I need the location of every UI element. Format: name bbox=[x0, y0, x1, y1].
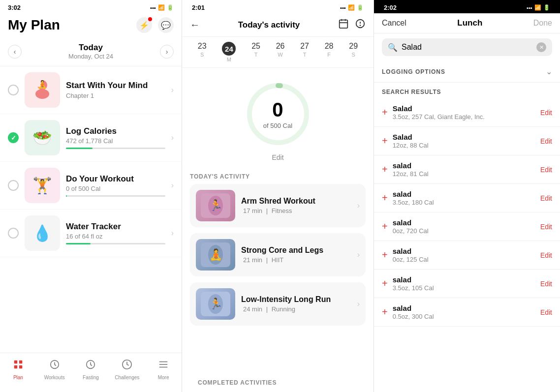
water-arrow: › bbox=[171, 229, 174, 238]
add-result-8-button[interactable]: + bbox=[382, 306, 388, 318]
cancel-button[interactable]: Cancel bbox=[382, 19, 406, 28]
mind-image: 🧘 bbox=[25, 72, 60, 108]
date-strip-24[interactable]: 24 M bbox=[222, 42, 236, 62]
result-8-name: salad bbox=[393, 304, 535, 312]
add-result-4-button[interactable]: + bbox=[382, 192, 388, 204]
date-navigator: ‹ Today Monday, Oct 24 › bbox=[0, 39, 182, 66]
logging-options-header[interactable]: LOGGING OPTIONS ⌄ bbox=[374, 61, 560, 83]
nav-plan[interactable]: Plan bbox=[0, 357, 36, 382]
back-button[interactable]: ← bbox=[190, 19, 200, 30]
calendar-button[interactable] bbox=[338, 18, 349, 31]
edit-result-1-button[interactable]: Edit bbox=[540, 109, 552, 117]
core-legs-image: 🧘 bbox=[196, 239, 235, 271]
result-7-info: salad 3.5oz, 105 Cal bbox=[393, 275, 535, 292]
calorie-center-text: 0 of 500 Cal bbox=[263, 99, 292, 129]
date-strip-29[interactable]: 29 S bbox=[349, 42, 358, 62]
result-1-name: Salad bbox=[393, 104, 535, 113]
result-salad-7[interactable]: + salad 3.5oz, 105 Cal Edit bbox=[374, 270, 560, 298]
date-strip-23[interactable]: 23 S bbox=[198, 42, 207, 62]
result-3-name: salad bbox=[393, 161, 535, 170]
prev-date-button[interactable]: ‹ bbox=[8, 45, 22, 59]
info-button[interactable] bbox=[355, 18, 366, 31]
add-result-3-button[interactable]: + bbox=[382, 164, 388, 175]
edit-result-4-button[interactable]: Edit bbox=[540, 194, 552, 202]
calories-checkbox[interactable] bbox=[8, 132, 19, 143]
result-salad-1[interactable]: + Salad 3.5oz, 257 Cal, Giant Eagle, Inc… bbox=[374, 98, 560, 127]
result-salad-2[interactable]: + Salad 12oz, 88 Cal Edit bbox=[374, 127, 560, 155]
date-strip-27[interactable]: 27 T bbox=[300, 42, 309, 62]
workout-title: Do Your Workout bbox=[66, 174, 165, 184]
nav-challenges[interactable]: Challenges bbox=[109, 357, 145, 382]
lunch-header: Cancel Lunch Done bbox=[374, 13, 560, 33]
add-result-5-button[interactable]: + bbox=[382, 221, 388, 232]
edit-result-7-button[interactable]: Edit bbox=[540, 280, 552, 288]
result-8-detail: 0.5oz, 300 Cal bbox=[393, 313, 535, 320]
add-result-1-button[interactable]: + bbox=[382, 107, 388, 118]
nav-more[interactable]: More bbox=[145, 357, 182, 382]
long-run-meta: 24 min | Running bbox=[241, 305, 351, 313]
edit-result-6-button[interactable]: Edit bbox=[540, 251, 552, 259]
battery-icon-3: 🔋 bbox=[543, 4, 550, 11]
message-button[interactable]: 💬 bbox=[158, 17, 174, 33]
result-6-name: salad bbox=[393, 247, 535, 255]
activity-long-run[interactable]: 🏃 Low-Intensity Long Run 24 min | Runnin… bbox=[190, 282, 366, 326]
water-info: Water Tracker 16 of 64 fl oz bbox=[66, 222, 165, 244]
status-bar-1: 3:02 ▪▪▪ 📶 🔋 bbox=[0, 0, 182, 13]
battery-icon: 🔋 bbox=[167, 4, 174, 11]
result-salad-6[interactable]: + salad 0oz, 125 Cal Edit bbox=[374, 241, 560, 270]
workout-arrow: › bbox=[171, 181, 174, 190]
add-result-7-button[interactable]: + bbox=[382, 278, 388, 289]
activity-title: Today's activity bbox=[238, 20, 300, 30]
status-bar-2: 2:01 ▪▪▪ 📶 🔋 bbox=[182, 0, 373, 13]
result-salad-5[interactable]: + salad 0oz, 720 Cal Edit bbox=[374, 212, 560, 241]
plan-item-workout[interactable]: 🏋️ Do Your Workout 0 of 500 Cal › bbox=[0, 162, 182, 210]
activity-arm-shred[interactable]: 🏃 Arm Shred Workout 17 min | Fitness › bbox=[190, 184, 366, 227]
search-icon: 🔍 bbox=[388, 43, 398, 52]
date-strip-25[interactable]: 25 T bbox=[251, 42, 260, 62]
core-legs-info: Strong Core and Legs 21 min | HIIT bbox=[241, 246, 351, 264]
plan-item-mind[interactable]: 🧘 Start With Your Mind Chapter 1 › bbox=[0, 66, 182, 114]
core-legs-title: Strong Core and Legs bbox=[241, 246, 351, 255]
arm-shred-title: Arm Shred Workout bbox=[241, 197, 351, 206]
plan-item-calories[interactable]: 🥗 Log Calories 472 of 1,778 Cal › bbox=[0, 114, 182, 162]
calorie-edit-button[interactable]: Edit bbox=[272, 153, 283, 161]
date-strip-28[interactable]: 28 F bbox=[325, 42, 334, 62]
workout-checkbox[interactable] bbox=[8, 180, 19, 191]
search-input[interactable] bbox=[402, 43, 532, 52]
activity-strong-core[interactable]: 🧘 Strong Core and Legs 21 min | HIIT › bbox=[190, 233, 366, 276]
edit-result-5-button[interactable]: Edit bbox=[540, 223, 552, 231]
svg-rect-13 bbox=[340, 20, 348, 28]
mind-subtitle: Chapter 1 bbox=[66, 92, 165, 99]
result-salad-4[interactable]: + salad 3.5oz, 180 Cal Edit bbox=[374, 184, 560, 212]
add-result-2-button[interactable]: + bbox=[382, 135, 388, 147]
add-result-6-button[interactable]: + bbox=[382, 249, 388, 261]
water-title: Water Tracker bbox=[66, 222, 165, 232]
challenges-icon bbox=[122, 359, 132, 373]
result-salad-8[interactable]: + salad 0.5oz, 300 Cal Edit bbox=[374, 298, 560, 327]
svg-rect-4 bbox=[14, 361, 17, 363]
water-progress-track bbox=[66, 243, 165, 244]
next-date-button[interactable]: › bbox=[160, 45, 174, 59]
water-checkbox[interactable] bbox=[8, 228, 19, 239]
panel-my-plan: 3:02 ▪▪▪ 📶 🔋 My Plan ⚡ 💬 ‹ Today Monday,… bbox=[0, 0, 182, 392]
plan-item-water[interactable]: 💧 Water Tracker 16 of 64 fl oz › bbox=[0, 210, 182, 257]
result-salad-3[interactable]: + salad 12oz, 81 Cal Edit bbox=[374, 155, 560, 184]
svg-rect-6 bbox=[14, 365, 17, 368]
search-bar: 🔍 ✕ bbox=[382, 38, 552, 56]
nav-workouts[interactable]: Workouts bbox=[36, 357, 73, 382]
edit-result-8-button[interactable]: Edit bbox=[540, 308, 552, 316]
edit-result-3-button[interactable]: Edit bbox=[540, 166, 552, 174]
lightning-button[interactable]: ⚡ bbox=[136, 17, 152, 33]
result-3-detail: 12oz, 81 Cal bbox=[393, 170, 535, 178]
long-run-title: Low-Intensity Long Run bbox=[241, 295, 351, 304]
search-clear-button[interactable]: ✕ bbox=[536, 42, 546, 52]
done-button[interactable]: Done bbox=[533, 19, 552, 28]
nav-fasting[interactable]: Fasting bbox=[73, 357, 109, 382]
long-run-image: 🏃 bbox=[196, 288, 235, 320]
fasting-icon bbox=[85, 359, 96, 373]
mind-checkbox[interactable] bbox=[8, 85, 19, 95]
result-5-detail: 0oz, 720 Cal bbox=[393, 227, 535, 235]
edit-result-2-button[interactable]: Edit bbox=[540, 137, 552, 145]
logging-label: LOGGING OPTIONS bbox=[382, 68, 445, 75]
date-strip-26[interactable]: 26 W bbox=[276, 42, 285, 62]
